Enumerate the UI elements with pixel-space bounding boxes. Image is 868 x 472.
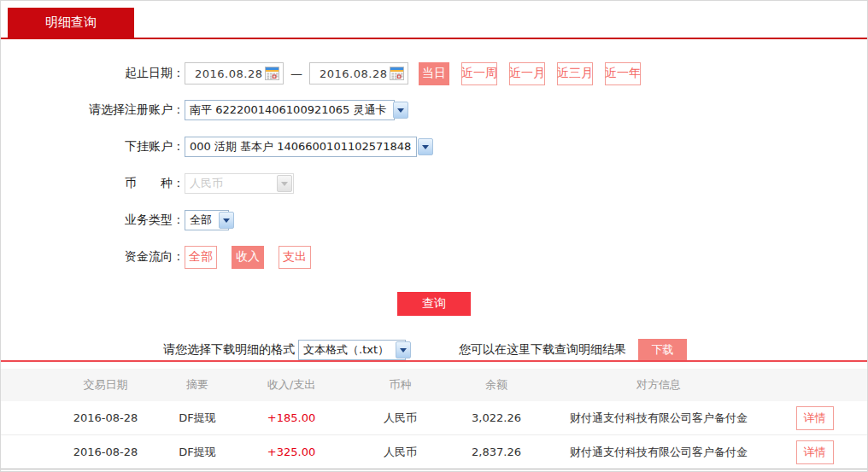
cell-currency: 人民币 xyxy=(360,445,441,460)
sub-account-label: 下挂账户： xyxy=(1,139,185,154)
download-button[interactable]: 下载 xyxy=(638,339,687,361)
chevron-down-icon[interactable] xyxy=(418,138,433,155)
cell-action: 详情 xyxy=(765,406,864,430)
download-row: 请您选择下载明细的格式 文本格式（.txt） 您可以在这里下载查询明细结果 下载 xyxy=(1,339,867,361)
header-amount: 收入/支出 xyxy=(223,377,360,393)
tab-detail-query[interactable]: 明细查询 xyxy=(8,8,134,38)
table-header-row: 交易日期 摘要 收入/支出 币种 余额 对方信息 xyxy=(1,369,867,401)
cell-summary: DF提现 xyxy=(172,411,223,426)
business-type-select[interactable]: 全部 xyxy=(185,210,229,230)
cell-trade-date: 2016-08-28 xyxy=(39,411,172,424)
chevron-down-icon[interactable] xyxy=(393,102,408,119)
sub-account-row: 下挂账户： 000 活期 基本户 1406600101102571848 xyxy=(1,136,867,158)
download-format-value: 文本格式（.txt） xyxy=(303,342,389,358)
date-range-label: 起止日期： xyxy=(1,66,185,81)
header-balance: 余额 xyxy=(441,377,552,393)
chevron-down-icon[interactable] xyxy=(396,341,411,358)
fund-flow-label: 资金流向： xyxy=(1,249,185,265)
download-format-select[interactable]: 文本格式（.txt） xyxy=(298,340,406,360)
table-top-divider xyxy=(1,360,867,362)
end-date-input[interactable]: 2016.08.28 xyxy=(309,62,408,84)
cell-counterparty: 财付通支付科技有限公司客户备付金 xyxy=(552,411,765,426)
fund-flow-all-button[interactable]: 全部 xyxy=(185,246,217,269)
query-button[interactable]: 查询 xyxy=(397,292,471,316)
chevron-down-icon xyxy=(277,175,292,192)
cell-counterparty: 财付通支付科技有限公司客户备付金 xyxy=(552,445,765,460)
business-type-value: 全部 xyxy=(190,213,212,228)
register-account-select[interactable]: 南平 6222001406100921065 灵通卡 xyxy=(185,100,395,120)
detail-query-page: 明细查询 起止日期： 2016.08.28 xyxy=(0,0,868,472)
calendar-icon[interactable] xyxy=(265,67,279,80)
download-format-label: 请您选择下载明细的格式 xyxy=(163,342,295,358)
cell-balance: 2,837.26 xyxy=(441,446,552,458)
start-date-value: 2016.08.28 xyxy=(195,67,262,80)
cell-balance: 3,022.26 xyxy=(441,411,552,424)
tab-underline xyxy=(1,38,868,39)
detail-button[interactable]: 详情 xyxy=(796,406,834,430)
end-date-value: 2016.08.28 xyxy=(320,67,387,80)
currency-select: 人民币 xyxy=(185,173,294,194)
header-trade-date: 交易日期 xyxy=(39,377,172,393)
cell-amount: +185.00 xyxy=(223,411,360,424)
quick-range-month-button[interactable]: 近一月 xyxy=(509,62,545,85)
register-account-label: 请选择注册账户： xyxy=(1,102,185,118)
quick-range-week-button[interactable]: 近一周 xyxy=(461,62,497,85)
download-hint: 您可以在这里下载查询明细结果 xyxy=(459,342,626,358)
quick-range-quarter-button[interactable]: 近三月 xyxy=(557,62,593,85)
fund-flow-expense-button[interactable]: 支出 xyxy=(279,246,311,269)
register-account-row: 请选择注册账户： 南平 6222001406100921065 灵通卡 xyxy=(1,99,867,121)
query-button-row: 查询 xyxy=(1,292,867,316)
currency-label: 币 种： xyxy=(1,176,185,191)
date-range-separator: — xyxy=(290,67,302,80)
quick-range-year-button[interactable]: 近一年 xyxy=(605,62,641,85)
table-row: 2016-08-28 DF提现 +185.00 人民币 3,022.26 财付通… xyxy=(1,401,867,435)
fund-flow-income-button[interactable]: 收入 xyxy=(232,246,264,269)
sub-account-select[interactable]: 000 活期 基本户 1406600101102571848 xyxy=(185,137,417,157)
business-type-label: 业务类型： xyxy=(1,213,185,228)
chevron-down-icon[interactable] xyxy=(219,212,234,229)
result-table: 交易日期 摘要 收入/支出 币种 余额 对方信息 2016-08-28 DF提现… xyxy=(1,360,867,469)
header-counterparty: 对方信息 xyxy=(552,377,765,393)
currency-value: 人民币 xyxy=(190,176,223,191)
detail-button[interactable]: 详情 xyxy=(796,440,834,464)
cell-summary: DF提现 xyxy=(172,445,223,460)
table-row: 2016-08-28 DF提现 +325.00 人民币 2,837.26 财付通… xyxy=(1,435,867,469)
quick-range-today-button[interactable]: 当日 xyxy=(419,62,449,85)
register-account-value: 南平 6222001406100921065 灵通卡 xyxy=(190,102,386,118)
header-summary: 摘要 xyxy=(172,377,223,393)
currency-row: 币 种： 人民币 xyxy=(1,172,867,195)
start-date-input[interactable]: 2016.08.28 xyxy=(185,62,284,84)
cell-action: 详情 xyxy=(765,440,864,464)
business-type-row: 业务类型： 全部 xyxy=(1,209,867,231)
query-form: 起止日期： 2016.08.28 — xyxy=(1,62,867,361)
date-range-row: 起止日期： 2016.08.28 — xyxy=(1,62,867,84)
cell-currency: 人民币 xyxy=(360,411,441,426)
header-currency: 币种 xyxy=(360,377,441,393)
sub-account-value: 000 活期 基本户 1406600101102571848 xyxy=(190,139,411,154)
fund-flow-row: 资金流向： 全部 收入 支出 xyxy=(1,246,867,268)
cell-trade-date: 2016-08-28 xyxy=(39,446,172,458)
calendar-icon[interactable] xyxy=(390,67,404,80)
cell-amount: +325.00 xyxy=(223,446,360,458)
